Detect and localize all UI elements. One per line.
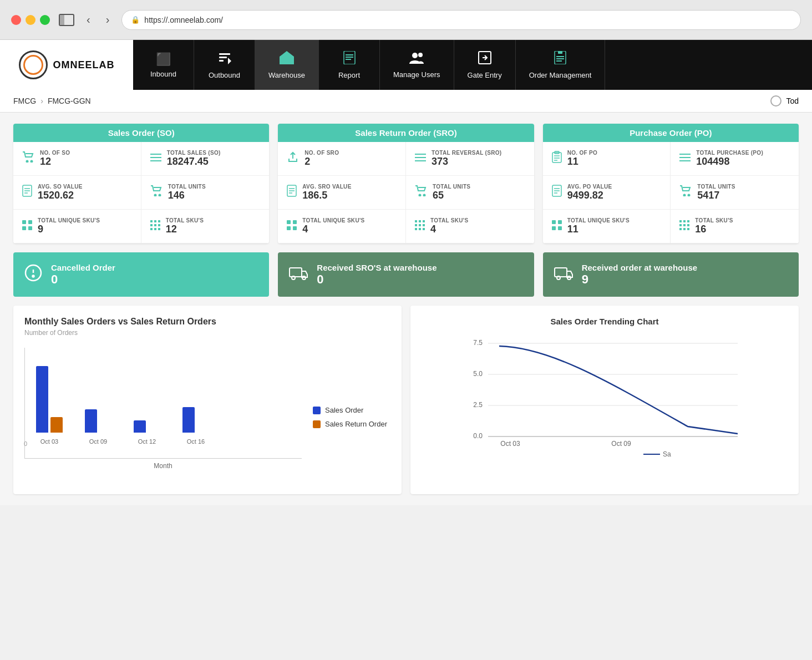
grid2-icon-2 <box>415 219 425 233</box>
cancelled-order-card[interactable]: Cancelled Order 0 <box>13 252 269 297</box>
sales-return-grid: NO. OF SRO 2 TOTAL REVERSAL (SRO) 373 <box>278 142 534 243</box>
truck-icon-1 <box>289 266 308 284</box>
stat-cards-row: Sales Order (SO) NO. OF SO 12 <box>13 124 799 243</box>
stat-cell-no-po: NO. OF PO 11 <box>543 142 671 176</box>
svg-rect-62 <box>419 228 421 230</box>
legend-item-sro: Sales Return Order <box>313 420 390 428</box>
no-po-label: NO. OF PO <box>567 150 597 156</box>
nav-item-warehouse[interactable]: Warehouse <box>255 40 319 90</box>
nav-item-report[interactable]: Report <box>319 40 380 90</box>
grid-icon-2 <box>287 219 297 233</box>
breadcrumb-fmcg[interactable]: FMCG <box>13 97 36 105</box>
svg-rect-89 <box>683 228 686 230</box>
report-icon <box>343 51 356 68</box>
stat-cell-avg-sro: AVG. SRO VALUE 186.5 <box>278 176 406 210</box>
svg-rect-57 <box>423 220 425 222</box>
total-sku-po-value: 16 <box>695 224 733 235</box>
logo-icon <box>19 50 48 79</box>
breadcrumb-bar: FMCG › FMCG-GGN Tod <box>0 90 812 113</box>
bar-pair-oct09 <box>85 409 111 433</box>
nav-item-manage-users[interactable]: Manage Users <box>380 40 454 90</box>
total-sku-sro-label: TOTAL SKU'S <box>430 217 468 224</box>
purchase-order-card: Purchase Order (PO) NO. OF PO 11 <box>543 124 799 243</box>
breadcrumb-fmcg-ggn[interactable]: FMCG-GGN <box>48 97 91 105</box>
no-sro-label: NO. OF SRO <box>304 150 339 156</box>
legend-dot-sro <box>313 420 321 428</box>
truck-icon-2 <box>554 266 573 284</box>
svg-rect-32 <box>28 226 32 230</box>
total-units-sro-value: 65 <box>433 190 470 201</box>
nav-item-outbound[interactable]: Outbound <box>194 40 255 90</box>
total-sku-so-value: 12 <box>166 224 204 235</box>
cart-icon <box>22 151 34 166</box>
sales-order-title: Sales Order (SO) <box>108 128 175 138</box>
nav-item-inbound[interactable]: ⬛ Inbound <box>133 40 194 90</box>
svg-rect-88 <box>679 228 682 230</box>
bar-pair-oct16 <box>182 407 209 433</box>
stat-cell-total-sales: TOTAL SALES (SO) 18247.45 <box>141 142 270 176</box>
maximize-button[interactable] <box>40 15 50 25</box>
svg-rect-59 <box>419 224 421 226</box>
received-order-content: Received order at warehouse 9 <box>582 263 697 287</box>
svg-rect-80 <box>552 226 556 230</box>
line-chart-title: Sales Order Trending Chart <box>422 317 788 326</box>
today-toggle[interactable]: Tod <box>770 95 799 106</box>
svg-rect-7 <box>346 54 353 55</box>
received-sro-content: Received SRO'S at warehouse 0 <box>317 263 437 287</box>
svg-rect-97 <box>555 268 567 277</box>
svg-rect-15 <box>556 56 564 57</box>
svg-text:7.5: 7.5 <box>473 339 483 347</box>
total-reversal-value: 373 <box>432 156 501 167</box>
charts-row: Monthly Sales Orders vs Sales Return Ord… <box>13 306 799 494</box>
no-so-value: 12 <box>40 156 70 167</box>
svg-point-49 <box>419 195 420 196</box>
received-sro-card[interactable]: Received SRO'S at warehouse 0 <box>278 252 534 297</box>
sidebar-toggle-icon[interactable] <box>59 14 74 26</box>
sales-return-header: Sales Return Order (SRO) <box>278 124 534 142</box>
purchase-order-header: Purchase Order (PO) <box>543 124 799 142</box>
svg-text:Sa: Sa <box>663 450 671 457</box>
sales-order-header: Sales Order (SO) <box>13 124 269 142</box>
svg-rect-79 <box>558 220 562 224</box>
svg-rect-81 <box>558 226 562 230</box>
svg-rect-82 <box>679 220 682 222</box>
nav-item-order-management[interactable]: Order Management <box>516 40 606 90</box>
total-units-sro-label: TOTAL UNITS <box>433 184 470 190</box>
bar-label-oct12: Oct 12 <box>138 438 156 445</box>
bar-so-oct12 <box>134 420 146 433</box>
address-bar[interactable]: 🔒 https://.omneelab.com/ <box>121 10 801 30</box>
received-order-title: Received order at warehouse <box>582 263 697 272</box>
svg-marker-3 <box>228 58 231 64</box>
svg-rect-53 <box>287 226 291 230</box>
svg-rect-36 <box>150 224 153 226</box>
total-sku-sro-value: 4 <box>430 224 468 235</box>
nav-label-manage-users: Manage Users <box>393 70 440 79</box>
svg-rect-9 <box>346 59 351 60</box>
svg-text:0.0: 0.0 <box>473 432 483 440</box>
forward-button[interactable]: › <box>103 11 113 28</box>
cart2-icon-2 <box>415 185 427 200</box>
received-order-card[interactable]: Received order at warehouse 9 <box>543 252 799 297</box>
list-icon-2 <box>415 151 426 166</box>
total-sales-value: 18247.45 <box>167 156 221 167</box>
logo-text: OMNEELAB <box>53 59 115 71</box>
close-button[interactable] <box>11 15 21 25</box>
minimize-button[interactable] <box>26 15 35 25</box>
svg-rect-54 <box>293 226 297 230</box>
nav-item-gate-entry[interactable]: Gate Entry <box>454 40 516 90</box>
doc-icon-2 <box>287 185 297 200</box>
bar-chart-legend: Sales Order Sales Return Order <box>313 353 390 481</box>
bar-label-oct09: Oct 09 <box>89 438 107 445</box>
total-units-so-value: 146 <box>168 190 206 201</box>
back-button[interactable]: ‹ <box>83 11 94 28</box>
svg-rect-52 <box>293 220 297 224</box>
total-sku-po-label: TOTAL SKU'S <box>695 217 733 224</box>
stat-cell-total-sku-so: TOTAL SKU'S 12 <box>141 210 270 243</box>
avg-sro-value: 186.5 <box>302 190 351 201</box>
svg-rect-84 <box>687 220 689 222</box>
no-so-label: NO. OF SO <box>40 150 70 156</box>
unique-sku-po-label: TOTAL UNIQUE SKU'S <box>567 217 630 224</box>
svg-rect-40 <box>154 228 156 230</box>
toggle-circle-icon <box>770 95 781 106</box>
sales-order-grid: NO. OF SO 12 TOTAL SALES (SO) 18247.45 <box>13 142 269 243</box>
